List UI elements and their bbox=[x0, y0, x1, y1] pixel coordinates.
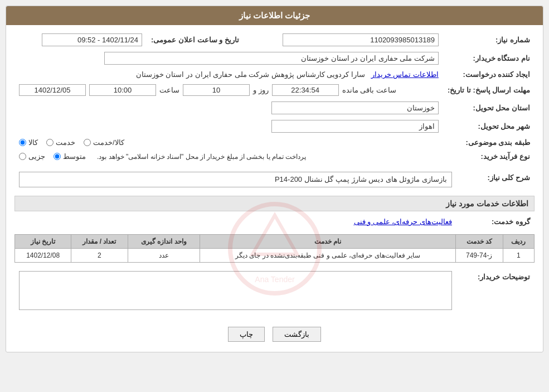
back-button[interactable]: بازگشت bbox=[273, 327, 321, 342]
need-description-label: شرح کلی نیاز: bbox=[456, 169, 535, 190]
response-time-value: 10:00 bbox=[89, 84, 156, 96]
service-group-table: گروه خدمت: فعالیت‌های حرفه‌ای، علمی و فن… bbox=[14, 215, 535, 229]
cell-row: 1 bbox=[503, 249, 535, 263]
creator-label: ایجاد کننده درخواست: bbox=[443, 67, 535, 81]
creator-value: سارا کردویی کارشناس پژوهش شرکت ملی حفاری… bbox=[136, 70, 365, 79]
need-number-value: 1102093985013189 bbox=[283, 33, 439, 46]
service-group-value[interactable]: فعالیت‌های حرفه‌ای، علمی و فنی bbox=[354, 217, 452, 226]
cell-name: سایر فعالیت‌های حرفه‌ای، علمی و فنی طبقه… bbox=[200, 249, 456, 263]
cell-unit: عدد bbox=[128, 249, 200, 263]
city-label: شهر محل تحویل: bbox=[443, 117, 535, 135]
page-title: جزئیات اطلاعات نیاز bbox=[6, 6, 543, 25]
response-days-label: روز و bbox=[253, 86, 269, 94]
purchase-type-mutavasit[interactable]: متوسط bbox=[54, 152, 86, 161]
response-remaining-value: 22:34:54 bbox=[272, 84, 339, 96]
contact-link[interactable]: اطلاعات تماس خریدار bbox=[371, 70, 439, 79]
services-section-header: اطلاعات خدمات مورد نیاز bbox=[14, 196, 535, 211]
col-code: کد خدمت bbox=[455, 235, 503, 249]
buyer-name-value: شرکت ملی حفاری ایران در استان خوزستان bbox=[104, 52, 439, 65]
response-date-value: 1402/12/05 bbox=[19, 84, 86, 96]
response-time-label: ساعت bbox=[159, 86, 179, 94]
buyer-description-table: توضیحات خریدار: bbox=[14, 268, 535, 314]
col-quantity: تعداد / مقدار bbox=[71, 235, 128, 249]
service-group-label: گروه خدمت: bbox=[456, 215, 535, 229]
announcement-date-value: 1402/11/24 - 09:52 bbox=[42, 33, 142, 46]
response-remaining-label: ساعت باقی مانده bbox=[342, 86, 396, 94]
announcement-date-label: تاریخ و ساعت اعلان عمومی: bbox=[147, 31, 244, 49]
need-description-table: شرح کلی نیاز: بازسازی ماژوئل های دیس شار… bbox=[14, 169, 535, 190]
col-name: نام خدمت bbox=[200, 235, 456, 249]
need-number-label: شماره نیاز: bbox=[443, 31, 535, 49]
cell-quantity: 2 bbox=[71, 249, 128, 263]
need-description-value: بازسازی ماژوئل های دیس شارژ پمپ گل نشنال… bbox=[19, 172, 452, 187]
category-kala[interactable]: کالا bbox=[19, 138, 38, 147]
purchase-note: پرداخت تمام یا بخشی از مبلغ خریدار از مح… bbox=[97, 153, 306, 161]
province-label: استان محل تحویل: bbox=[443, 99, 535, 117]
response-days-value: 10 bbox=[183, 84, 250, 96]
purchase-type-label: نوع فرآیند خرید: bbox=[443, 149, 535, 163]
cell-code: ز-74-749 bbox=[455, 249, 503, 263]
category-kala-khidmat[interactable]: کالا/خدمت bbox=[84, 138, 124, 147]
purchase-type-jozi[interactable]: جزیی bbox=[19, 152, 45, 161]
buyer-description-textarea[interactable] bbox=[19, 271, 452, 310]
table-row: 1 ز-74-749 سایر فعالیت‌های حرفه‌ای، علمی… bbox=[15, 249, 535, 263]
col-row: ردیف bbox=[503, 235, 535, 249]
cell-date: 1402/12/08 bbox=[15, 249, 71, 263]
province-value: خوزستان bbox=[271, 101, 439, 114]
col-unit: واحد اندازه گیری bbox=[128, 235, 200, 249]
footer-buttons: بازگشت چاپ bbox=[14, 320, 535, 346]
services-table: ردیف کد خدمت نام خدمت واحد اندازه گیری ت… bbox=[14, 234, 535, 263]
print-button[interactable]: چاپ bbox=[228, 327, 265, 342]
col-date: تاریخ نیاز bbox=[15, 235, 71, 249]
category-khidmat[interactable]: خدمت bbox=[46, 138, 75, 147]
city-value: اهواز bbox=[271, 120, 439, 133]
data-table-wrapper: Ana Tender ردیف کد خدمت نام خدمت واحد ان… bbox=[14, 234, 535, 263]
buyer-name-label: نام دستگاه خریدار: bbox=[443, 49, 535, 67]
response-deadline-label: مهلت ارسال پاسخ: تا تاریخ: bbox=[443, 81, 535, 99]
info-table: شماره نیاز: 1102093985013189 تاریخ و ساع… bbox=[14, 31, 535, 163]
buyer-description-label: توضیحات خریدار: bbox=[456, 268, 535, 314]
category-label: طبقه بندی موضوعی: bbox=[443, 135, 535, 149]
